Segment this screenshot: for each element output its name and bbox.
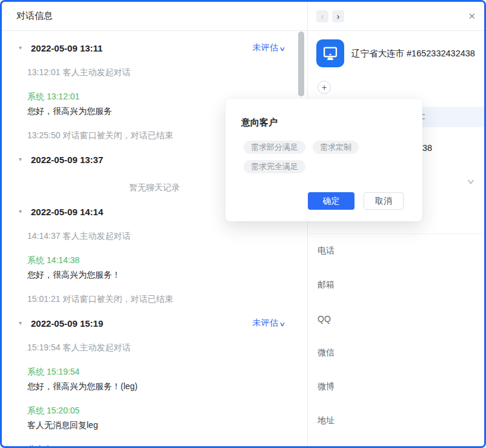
intent-tag[interactable]: 需求定制: [313, 141, 359, 154]
intent-tag[interactable]: 需求部分满足: [244, 141, 305, 154]
field-weibo: 微博: [318, 370, 474, 404]
evaluation-status-dropdown[interactable]: 未评估∨: [253, 42, 284, 53]
system-timestamp: 系统 15:19:54: [16, 367, 293, 376]
session-date: 2022-05-09 13:11: [31, 43, 102, 53]
session-date: 2022-05-09 13:37: [31, 155, 103, 165]
conversation-list: ▾ 2022-05-09 13:11 未评估∨ 13:12:01 客人主动发起对…: [2, 31, 307, 446]
chevron-down-icon[interactable]: ∨: [466, 178, 475, 186]
intent-tag-list: 需求部分满足 需求定制 需求完全满足: [244, 141, 386, 173]
prev-button[interactable]: ‹: [316, 10, 328, 22]
customer-name: 辽宁省大连市 #1652332432438: [351, 48, 475, 59]
intent-tag[interactable]: 需求完全满足: [244, 160, 305, 173]
collapse-icon[interactable]: ▾: [19, 155, 26, 164]
chevron-down-icon: ∨: [279, 45, 285, 52]
confirm-button[interactable]: 确定: [308, 192, 355, 210]
system-message: 您好，很高兴为您服务！: [16, 270, 293, 279]
conversation-panel: 对话信息 ▾ 2022-05-09 13:11 未评估∨ 13:12:01 客人…: [2, 2, 308, 446]
intent-customer-modal: 意向客户 需求部分满足 需求定制 需求完全满足 确定 取消: [225, 99, 422, 221]
avatar: [316, 39, 344, 67]
customer-id-partial: 38: [422, 143, 432, 153]
event-text: 13:12:01 客人主动发起对话: [16, 67, 293, 77]
next-button[interactable]: ›: [332, 10, 344, 22]
field-address: 地址: [318, 404, 474, 438]
evaluation-status-dropdown[interactable]: 未评估∨: [253, 318, 284, 329]
conversation-panel-header: 对话信息: [2, 2, 307, 31]
field-label: 微博: [318, 381, 335, 392]
customer-profile: 辽宁省大连市 #1652332432438: [316, 39, 475, 67]
monitor-icon: [322, 45, 339, 62]
scrollbar[interactable]: [298, 32, 304, 96]
event-text: 15:01:21 对话窗口被关闭，对话已结束: [16, 294, 293, 304]
evaluation-status-label: 未评估: [253, 318, 278, 329]
conversation-info-window: 对话信息 ▾ 2022-05-09 13:11 未评估∨ 13:12:01 客人…: [0, 0, 486, 448]
visitor-session-link[interactable]: 北京市 #1652080791241 15:20:34: [16, 444, 293, 446]
cancel-button[interactable]: 取消: [364, 192, 404, 210]
collapse-icon[interactable]: ▾: [19, 43, 26, 53]
collapse-icon[interactable]: ▾: [19, 318, 26, 328]
evaluation-status-label: 未评估: [253, 42, 278, 53]
chevron-down-icon: ∨: [279, 321, 285, 327]
system-timestamp: 系统 14:14:38: [16, 255, 293, 265]
field-wechat: 微信: [318, 336, 474, 370]
collapse-icon[interactable]: ▾: [19, 207, 26, 216]
customer-fields: 电话 邮箱 QQ 微信 微博 地址: [308, 233, 484, 438]
system-message: 客人无消息回复leg: [16, 420, 293, 430]
event-text: 14:14:37 客人主动发起对话: [16, 231, 293, 241]
field-email: 邮箱: [318, 268, 474, 302]
system-timestamp: 系统 15:20:05: [16, 406, 293, 415]
close-icon[interactable]: ✕: [468, 11, 476, 22]
customer-panel: ‹ › ✕ 辽宁省大连市 #1652332432438 + 38 ∨ 电话 邮箱…: [308, 2, 484, 446]
field-label: 微信: [318, 347, 335, 358]
customer-panel-toolbar: ‹ › ✕: [308, 2, 484, 31]
modal-title: 意向客户: [241, 117, 404, 129]
field-label: 地址: [318, 415, 335, 426]
system-message: 您好，很高兴为您服务！(leg): [16, 381, 293, 391]
field-label: QQ: [318, 314, 331, 324]
field-label: 邮箱: [318, 279, 335, 290]
session-header: ▾ 2022-05-09 13:11 未评估∨: [16, 43, 293, 53]
field-phone: 电话: [318, 234, 474, 268]
field-label: 电话: [318, 246, 335, 256]
session-header: ▾ 2022-05-09 15:19 未评估∨: [16, 318, 293, 328]
field-qq: QQ: [318, 302, 474, 336]
session-date: 2022-05-09 14:14: [31, 207, 103, 217]
event-text: 15:19:54 客人主动发起对话: [16, 343, 293, 352]
session-date: 2022-05-09 15:19: [31, 318, 103, 329]
page-title: 对话信息: [16, 10, 53, 22]
modal-actions: 确定 取消: [308, 192, 404, 210]
add-tag-button[interactable]: +: [318, 81, 331, 94]
